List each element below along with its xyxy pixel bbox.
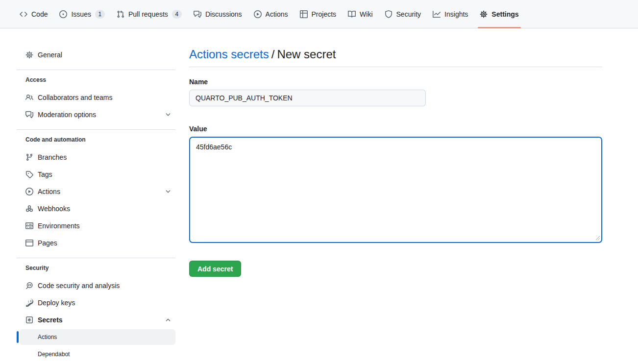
tab-label: Code <box>31 10 48 18</box>
tab-code[interactable]: Code <box>14 0 53 28</box>
sidebar-item-secrets-actions[interactable]: Actions <box>20 329 175 345</box>
tab-label: Projects <box>312 10 337 18</box>
page-title: Actions secrets/New secret <box>189 47 602 62</box>
secret-value-field: 45fd6ae56c <box>189 137 602 243</box>
tab-label: Pull requests <box>128 10 168 18</box>
sidebar-item-deploy-keys[interactable]: Deploy keys <box>20 295 175 311</box>
breadcrumb-separator: / <box>271 48 275 61</box>
sidebar-item-secrets[interactable]: Secrets <box>20 312 175 328</box>
tab-label: Discussions <box>205 10 242 18</box>
tab-discussions[interactable]: Discussions <box>188 0 248 28</box>
key-icon <box>25 299 33 307</box>
projects-icon <box>300 10 308 18</box>
tab-label: Actions <box>266 10 288 18</box>
webhook-icon <box>25 205 33 213</box>
sidebar-divider <box>17 70 175 70</box>
pull-request-icon <box>117 10 124 18</box>
sidebar-item-tags[interactable]: Tags <box>20 167 175 182</box>
secret-name-input[interactable] <box>189 90 426 106</box>
sidebar-item-label: Collaborators and teams <box>38 94 172 101</box>
sidebar-item-label: Actions <box>38 188 160 195</box>
sidebar-section-access: Access <box>20 75 175 85</box>
repo-tab-bar: Code Issues 1 Pull requests 4 Discussion… <box>0 0 638 28</box>
tab-label: Insights <box>444 10 468 18</box>
sidebar-item-code-security[interactable]: Code security and analysis <box>20 278 175 293</box>
sidebar-item-label: Webhooks <box>38 205 172 213</box>
resize-handle[interactable] <box>595 236 600 241</box>
sidebar-item-pages[interactable]: Pages <box>20 235 175 251</box>
tab-actions[interactable]: Actions <box>248 0 294 28</box>
chevron-down-icon[interactable] <box>165 111 172 118</box>
play-circle-icon <box>25 188 33 195</box>
sidebar-item-secrets-dependabot[interactable]: Dependabot <box>20 346 175 362</box>
heading-divider <box>189 67 602 67</box>
gear-icon <box>25 51 33 59</box>
sidebar-item-branches[interactable]: Branches <box>20 149 175 165</box>
tab-insights[interactable]: Insights <box>427 0 474 28</box>
sidebar-item-general[interactable]: General <box>20 47 175 63</box>
tab-settings[interactable]: Settings <box>474 0 524 28</box>
sidebar-item-label: General <box>38 51 172 59</box>
discussions-icon <box>194 10 201 18</box>
sidebar-item-label: Actions <box>38 334 172 340</box>
browser-icon <box>25 239 33 247</box>
sidebar-divider <box>17 129 175 130</box>
sidebar-section-security: Security <box>20 263 175 273</box>
sidebar-item-label: Pages <box>38 239 172 247</box>
tab-label: Security <box>396 10 421 18</box>
page-body: General Access Collaborators and teams M… <box>0 28 638 364</box>
breadcrumb-current: New secret <box>277 48 336 61</box>
sidebar-item-environments[interactable]: Environments <box>20 218 175 234</box>
breadcrumb-link-actions-secrets[interactable]: Actions secrets <box>189 48 269 61</box>
gear-icon <box>480 10 488 18</box>
tab-security[interactable]: Security <box>379 0 427 28</box>
chevron-up-icon[interactable] <box>165 316 172 323</box>
sidebar-item-label: Tags <box>38 170 172 178</box>
secret-value-textarea[interactable]: 45fd6ae56c <box>189 137 602 243</box>
tab-label: Wiki <box>360 10 372 18</box>
sidebar-item-label: Branches <box>38 153 172 161</box>
sidebar-item-label: Secrets <box>38 316 160 324</box>
sidebar-item-label: Deploy keys <box>38 299 172 307</box>
tab-pull-requests[interactable]: Pull requests 4 <box>111 0 188 28</box>
discussions-icon <box>25 111 33 119</box>
sidebar-section-code-and-automation: Code and automation <box>20 135 175 145</box>
key-asterisk-icon <box>25 316 33 324</box>
tab-issues[interactable]: Issues 1 <box>53 0 110 28</box>
graph-icon <box>433 10 441 18</box>
code-icon <box>20 10 27 18</box>
tag-icon <box>25 170 33 178</box>
sidebar-item-actions[interactable]: Actions <box>20 184 175 199</box>
sidebar-item-webhooks[interactable]: Webhooks <box>20 201 175 217</box>
tab-label: Settings <box>491 10 518 18</box>
name-label: Name <box>189 78 602 86</box>
shield-icon <box>385 10 393 18</box>
pull-requests-count-badge: 4 <box>172 10 182 19</box>
issue-opened-icon <box>59 10 67 18</box>
book-icon <box>348 10 356 18</box>
git-branch-icon <box>25 153 33 161</box>
value-label: Value <box>189 125 602 133</box>
sidebar-item-label: Environments <box>38 222 172 230</box>
add-secret-button[interactable]: Add secret <box>189 261 241 277</box>
sidebar-item-moderation-options[interactable]: Moderation options <box>20 107 175 122</box>
settings-sidebar: General Access Collaborators and teams M… <box>17 47 175 364</box>
tab-label: Issues <box>71 10 91 18</box>
tab-wiki[interactable]: Wiki <box>342 0 378 28</box>
sidebar-item-collaborators[interactable]: Collaborators and teams <box>20 90 175 105</box>
chevron-down-icon[interactable] <box>165 188 172 195</box>
sidebar-item-label: Code security and analysis <box>38 282 172 290</box>
sidebar-item-label: Dependabot <box>38 351 172 358</box>
main-content: Actions secrets/New secret Name Value 45… <box>189 47 602 277</box>
people-icon <box>25 94 33 101</box>
issues-count-badge: 1 <box>95 10 105 19</box>
play-circle-icon <box>254 10 262 18</box>
sidebar-item-label: Moderation options <box>38 111 160 119</box>
codescan-icon <box>25 282 33 290</box>
tab-projects[interactable]: Projects <box>294 0 343 28</box>
server-icon <box>25 222 33 230</box>
sidebar-divider <box>17 258 175 258</box>
